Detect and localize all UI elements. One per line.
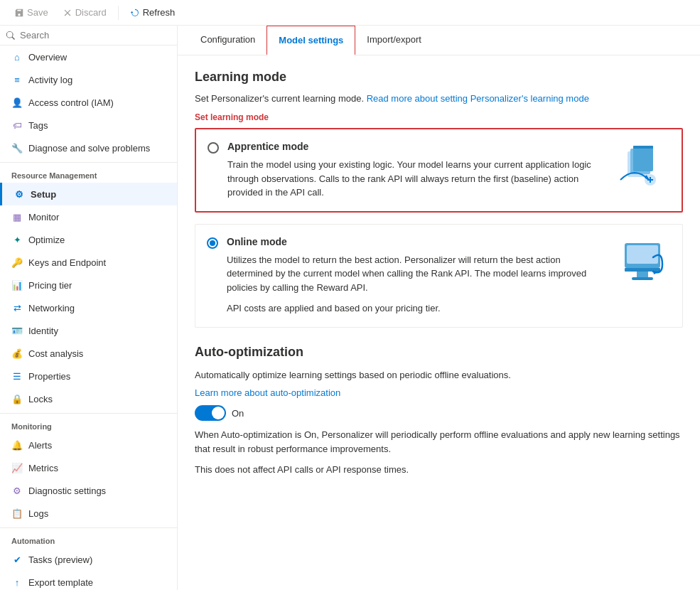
network-icon: ⇄ bbox=[11, 302, 23, 313]
save-button[interactable]: Save bbox=[9, 4, 54, 21]
monitor-icon: ▦ bbox=[11, 211, 23, 222]
auto-opt-no-affect: This does not affect API calls or API re… bbox=[195, 463, 683, 477]
sidebar-item-tasks[interactable]: ✔ Tasks (preview) bbox=[0, 548, 177, 571]
tab-model-settings[interactable]: Model settings bbox=[266, 26, 355, 55]
svg-rect-8 bbox=[637, 272, 648, 277]
sidebar-search-container bbox=[0, 26, 177, 45]
sidebar: ⌂ Overview ≡ Activity log 👤 Access contr… bbox=[0, 26, 178, 590]
sidebar-item-metrics[interactable]: 📈 Metrics bbox=[0, 456, 177, 479]
sparkle-icon: ✦ bbox=[11, 234, 23, 245]
auto-optimization-section: Auto-optimization Automatically optimize… bbox=[195, 345, 683, 477]
sidebar-item-logs[interactable]: 📋 Logs bbox=[0, 502, 177, 525]
cost-icon: 💰 bbox=[11, 348, 23, 359]
people-icon: 👤 bbox=[11, 97, 23, 108]
search-icon bbox=[6, 31, 16, 41]
content-area: Configuration Model settings Import/expo… bbox=[178, 26, 700, 590]
toolbar: Save Discard Refresh bbox=[0, 0, 700, 26]
discard-button[interactable]: Discard bbox=[57, 4, 112, 21]
sidebar-item-alerts[interactable]: 🔔 Alerts bbox=[0, 434, 177, 456]
sidebar-item-export-template[interactable]: ↑ Export template bbox=[0, 571, 177, 590]
bar-chart-icon: 📈 bbox=[11, 462, 23, 473]
sidebar-item-optimize[interactable]: ✦ Optimize bbox=[0, 228, 177, 251]
refresh-button[interactable]: Refresh bbox=[124, 4, 181, 21]
section-automation: Automation bbox=[0, 527, 177, 548]
tasks-icon: ✔ bbox=[11, 554, 23, 565]
toggle-label: On bbox=[232, 408, 244, 419]
auto-opt-title: Auto-optimization bbox=[195, 345, 683, 360]
auto-opt-desc: Automatically optimize learning settings… bbox=[195, 368, 683, 382]
content-body: Learning mode Set Personalizer's current… bbox=[178, 55, 700, 497]
apprentice-mode-desc: Train the model using your existing logi… bbox=[227, 158, 605, 200]
export-icon: ↑ bbox=[11, 576, 23, 588]
refresh-icon bbox=[130, 8, 140, 18]
toggle-row: On bbox=[195, 405, 683, 421]
learning-mode-link[interactable]: Read more about setting Personalizer's l… bbox=[367, 93, 589, 104]
sidebar-item-properties[interactable]: ☰ Properties bbox=[0, 365, 177, 387]
tab-bar: Configuration Model settings Import/expo… bbox=[178, 26, 700, 55]
main-layout: ⌂ Overview ≡ Activity log 👤 Access contr… bbox=[0, 26, 700, 590]
auto-opt-when-on: When Auto-optimization is On, Personaliz… bbox=[195, 428, 683, 456]
svg-rect-7 bbox=[625, 268, 660, 272]
sidebar-item-tags[interactable]: 🏷 Tags bbox=[0, 114, 177, 136]
wrench-icon: 🔧 bbox=[11, 142, 23, 154]
learning-mode-description: Set Personalizer's current learning mode… bbox=[195, 93, 683, 104]
sidebar-item-access-control[interactable]: 👤 Access control (IAM) bbox=[0, 91, 177, 114]
online-mode-extra: API costs are applied and based on your … bbox=[227, 301, 605, 316]
list-icon: ≡ bbox=[11, 74, 23, 85]
lock-icon: 🔒 bbox=[11, 393, 23, 404]
sidebar-item-monitor[interactable]: ▦ Monitor bbox=[0, 205, 177, 228]
online-illustration bbox=[614, 236, 671, 293]
properties-icon: ☰ bbox=[11, 370, 23, 382]
svg-rect-2 bbox=[633, 146, 653, 171]
sidebar-item-locks[interactable]: 🔒 Locks bbox=[0, 387, 177, 410]
search-input[interactable] bbox=[20, 30, 171, 41]
toolbar-divider bbox=[118, 6, 119, 20]
apprentice-mode-card[interactable]: Apprentice mode Train the model using yo… bbox=[195, 128, 683, 213]
sidebar-item-overview[interactable]: ⌂ Overview bbox=[0, 45, 177, 68]
tab-import-export[interactable]: Import/export bbox=[355, 26, 433, 55]
set-learning-mode-label: Set learning mode bbox=[195, 112, 683, 122]
tab-configuration[interactable]: Configuration bbox=[189, 26, 266, 55]
svg-rect-9 bbox=[632, 277, 653, 280]
svg-rect-6 bbox=[627, 245, 658, 264]
sidebar-item-setup[interactable]: ⚙ Setup bbox=[0, 183, 177, 205]
svg-rect-3 bbox=[633, 146, 653, 149]
key-icon: 🔑 bbox=[11, 257, 23, 268]
apprentice-svg bbox=[613, 141, 670, 198]
gear-icon: ⚙ bbox=[14, 188, 25, 200]
tag-icon: 🏷 bbox=[11, 119, 23, 131]
logs-icon: 📋 bbox=[11, 508, 23, 519]
learning-mode-title: Learning mode bbox=[195, 70, 683, 85]
diagnostic-icon: ⚙ bbox=[11, 485, 23, 496]
sidebar-item-activity-log[interactable]: ≡ Activity log bbox=[0, 68, 177, 91]
sidebar-item-pricing-tier[interactable]: 📊 Pricing tier bbox=[0, 274, 177, 296]
apprentice-illustration bbox=[613, 141, 670, 198]
chart-icon: 📊 bbox=[11, 279, 23, 291]
sidebar-item-identity[interactable]: 🪪 Identity bbox=[0, 319, 177, 342]
bell-icon: 🔔 bbox=[11, 439, 23, 451]
online-mode-title: Online mode bbox=[227, 236, 605, 247]
sidebar-item-diagnostic-settings[interactable]: ⚙ Diagnostic settings bbox=[0, 479, 177, 502]
auto-opt-toggle[interactable] bbox=[195, 405, 226, 421]
online-radio[interactable] bbox=[207, 237, 218, 249]
sidebar-item-diagnose[interactable]: 🔧 Diagnose and solve problems bbox=[0, 136, 177, 159]
save-icon bbox=[14, 8, 24, 18]
online-mode-desc: Utilizes the model to return the best ac… bbox=[227, 253, 605, 295]
online-svg bbox=[614, 236, 671, 293]
sidebar-item-networking[interactable]: ⇄ Networking bbox=[0, 296, 177, 319]
section-resource-management: Resource Management bbox=[0, 162, 177, 183]
id-card-icon: 🪪 bbox=[11, 325, 23, 336]
sidebar-item-keys-endpoint[interactable]: 🔑 Keys and Endpoint bbox=[0, 251, 177, 274]
home-icon: ⌂ bbox=[11, 51, 23, 63]
section-monitoring: Monitoring bbox=[0, 413, 177, 434]
discard-icon bbox=[63, 8, 72, 18]
apprentice-radio[interactable] bbox=[208, 142, 219, 154]
toggle-thumb bbox=[212, 407, 225, 419]
sidebar-item-cost-analysis[interactable]: 💰 Cost analysis bbox=[0, 342, 177, 365]
auto-opt-link[interactable]: Learn more about auto-optimization bbox=[195, 387, 340, 398]
apprentice-mode-title: Apprentice mode bbox=[227, 141, 605, 152]
online-mode-card[interactable]: Online mode Utilizes the model to return… bbox=[195, 224, 683, 328]
